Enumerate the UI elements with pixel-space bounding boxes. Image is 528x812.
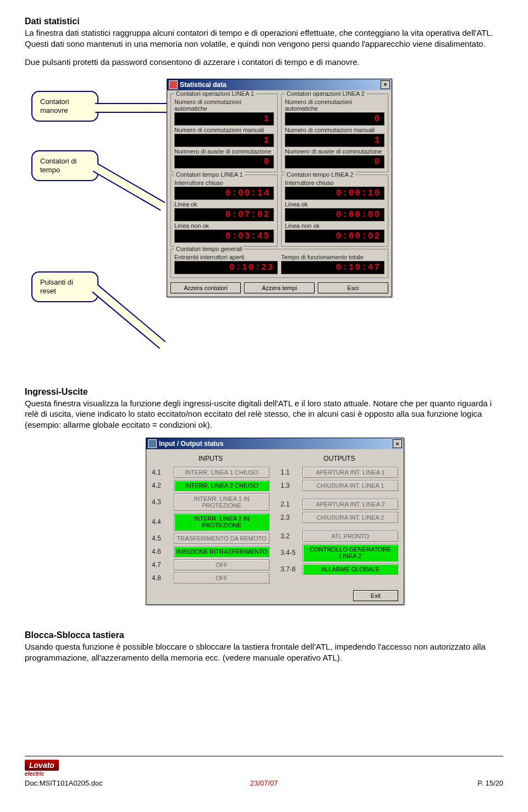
outputs-heading: OUTPUTS <box>280 455 398 462</box>
callout-reset-buttons: Pulsanti di reset <box>31 271 98 303</box>
counter-display: 1 <box>285 134 384 147</box>
doc-id: Doc:MSIT101A0205.doc <box>25 779 103 787</box>
field-label: Numnero di avarie di commutazione <box>174 148 274 155</box>
inputs-column: INPUTS 4.1INTERR. LINEA 1 CHIUSO4.2INTER… <box>152 455 270 586</box>
io-row: 2.1APERTURA INT. LINEA 2 <box>280 499 398 510</box>
io-status-box: OFF <box>174 573 270 584</box>
paragraph: Due pulsanti protetti da password consen… <box>25 57 503 68</box>
brand-logo: Lovato electric Doc:MSIT101A0205.doc <box>25 760 184 787</box>
io-status-box: APERTURA INT. LINEA 1 <box>302 467 398 478</box>
footer-page: P. 15/20 <box>344 779 503 787</box>
time-display: 0:07:02 <box>174 208 274 221</box>
section-title-io: Ingressi-Uscite <box>25 387 503 397</box>
logo-text: Lovato <box>25 760 59 771</box>
field-label: Numnero di avarie di commutazione <box>285 148 384 155</box>
io-row: 4.3INTERR. LINEA 1 IN PROTEZIONE <box>152 493 270 511</box>
group-title: Contatori operazioni LINEA 1 <box>174 90 256 97</box>
io-index: 3.4-5 <box>280 549 299 557</box>
field-label: Entrambi interruttori aperti <box>174 254 278 260</box>
io-index: 4.7 <box>152 561 170 569</box>
callout-connector <box>93 163 166 211</box>
io-index: 4.1 <box>152 468 170 476</box>
dialog-io-status: Input / Output status × INPUTS 4.1INTERR… <box>146 438 404 605</box>
time-display: 0:10:47 <box>281 261 384 274</box>
exit-button[interactable]: Esci <box>318 282 388 293</box>
io-row: 3.2ATL PRONTO <box>280 531 398 542</box>
io-status-box: APERTURA INT. LINEA 2 <box>302 499 398 510</box>
counter-display: 1 <box>174 112 274 126</box>
io-status-box: CONTROLLO GENERATORE LINEA 2 <box>302 544 398 562</box>
time-display: 0:03:45 <box>174 230 274 243</box>
inputs-heading: INPUTS <box>152 455 270 462</box>
app-icon <box>148 439 157 448</box>
io-index: 3.7-8 <box>280 565 299 573</box>
callout-connector <box>95 103 167 113</box>
group-title: Contatori tempo generali <box>174 246 244 252</box>
field-label: Interruttore chiuso <box>174 179 274 186</box>
io-status-box: CHIUSURA INT. LINEA 2 <box>302 512 398 523</box>
field-label: Tempo di funzionamento totale <box>281 254 384 260</box>
paragraph: Questa finestra visualizza la funzione d… <box>25 398 503 430</box>
field-label: Linea non ok <box>174 222 274 229</box>
callout-counters-time: Contatori di tempo <box>31 150 98 182</box>
callout-connector <box>92 285 166 349</box>
dialog-statistical-data: Statistical data × Contatori operazioni … <box>167 79 392 297</box>
group-op-line2: Contatori operazioni LINEA 2 Numero di c… <box>281 94 388 172</box>
counter-display: 1 <box>174 134 274 147</box>
section-title-dati-statistici: Dati statistici <box>25 17 503 26</box>
section-title-lock: Blocca-Sblocca tastiera <box>25 630 503 640</box>
field-label: Linea non ok <box>285 222 384 229</box>
io-row: 1.3CHIUSURA INT. LINEA 1 <box>280 480 398 491</box>
io-status-box: INTERR. LINEA 1 IN PROTEZIONE <box>174 493 270 511</box>
io-status-box: CHIUSURA INT. LINEA 1 <box>302 480 398 491</box>
io-row: 2.3CHIUSURA INT. LINEA 2 <box>280 512 398 523</box>
io-index: 4.3 <box>152 498 170 506</box>
io-index: 4.2 <box>152 482 170 489</box>
io-index: 1.3 <box>280 482 299 489</box>
time-display: 0:00:10 <box>285 187 384 200</box>
paragraph: La finestra dati statistici raggruppa al… <box>25 28 503 49</box>
io-status-box: ATL PRONTO <box>302 531 398 542</box>
group-time-general: Contatori tempo generali Entrambi interr… <box>170 249 388 278</box>
app-icon <box>169 80 178 89</box>
io-status-box: INTERR. LINEA 2 IN PROTEZIONE <box>174 513 270 531</box>
paragraph: Usando questa funzione è possible blocca… <box>25 641 503 663</box>
field-label: Linea ok <box>285 201 384 208</box>
time-display: 0:00:00 <box>285 208 384 221</box>
titlebar[interactable]: Input / Output status × <box>146 438 404 449</box>
field-label: Numero di commutazioni manuali <box>285 127 384 133</box>
group-title: Contatori tempo LINEA 1 <box>174 171 245 178</box>
io-status-box: INTERR. LINEA 1 CHIUSO <box>174 467 270 478</box>
counter-display: 0 <box>285 155 384 168</box>
io-row: 3.7-8ALLARME GLOBALE <box>280 564 398 575</box>
exit-button[interactable]: Exit <box>353 590 398 601</box>
counter-display: 0 <box>174 155 274 168</box>
dialog-title: Input / Output status <box>159 440 223 448</box>
io-index: 2.3 <box>280 514 299 521</box>
close-button[interactable]: × <box>393 439 402 448</box>
close-button[interactable]: × <box>381 80 390 89</box>
io-status-box: TRASFERIMENTO DA REMOTO <box>174 533 270 544</box>
io-index: 4.4 <box>152 518 170 526</box>
titlebar[interactable]: Statistical data × <box>167 79 392 90</box>
io-row: 4.6INIBIZIONE RITRASFERIMENTO <box>152 546 270 557</box>
io-row: 4.1INTERR. LINEA 1 CHIUSO <box>152 467 270 478</box>
io-index: 3.2 <box>280 532 299 540</box>
logo-subtext: electric <box>25 771 44 777</box>
io-status-box: ALLARME GLOBALE <box>302 564 398 575</box>
callout-counters-maneuvers: Contatori manovre <box>31 91 98 122</box>
io-index: 4.5 <box>152 535 170 542</box>
io-row: 4.2INTERR. LINEA 2 CHIUSO <box>152 480 270 491</box>
reset-counters-button[interactable]: Azzera contatori <box>170 282 241 293</box>
field-label: Numero di commutazioni automatiche <box>174 99 274 112</box>
field-label: Interruttore chiuso <box>285 179 384 186</box>
io-status-box: INTERR. LINEA 2 CHIUSO <box>174 480 270 491</box>
time-display: 0:10:23 <box>174 261 278 274</box>
time-display: 0:00:14 <box>174 187 274 200</box>
io-index: 2.1 <box>280 500 299 508</box>
group-time-line2: Contatori tempo LINEA 2 Interruttore chi… <box>281 175 388 247</box>
reset-times-button[interactable]: Azzera tempi <box>244 282 315 293</box>
io-row: 1.1APERTURA INT. LINEA 1 <box>280 467 398 478</box>
time-display: 0:00:02 <box>285 230 384 243</box>
outputs-column: OUTPUTS 1.1APERTURA INT. LINEA 11.3CHIUS… <box>280 455 398 586</box>
